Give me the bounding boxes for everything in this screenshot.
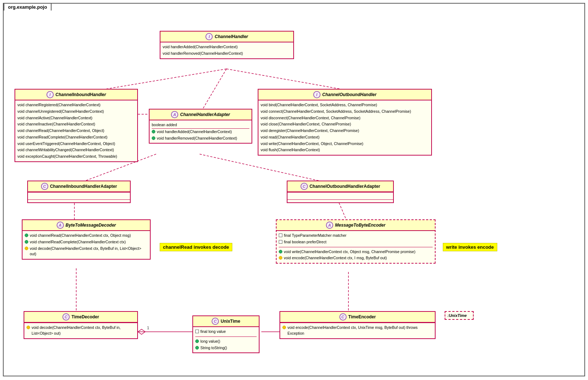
annotation-bold: write xyxy=(446,244,457,250)
green-dot xyxy=(195,339,199,343)
channel-inbound-handler-adapter-header: C ChannelInboundHandlerAdapter xyxy=(28,181,130,192)
annotation-normal: invokes xyxy=(192,244,213,250)
m: void handlerRemoved(ChannelHandlerContex… xyxy=(157,136,237,141)
method-line: void bind(ChannelHandlerContext, SocketA… xyxy=(261,102,429,108)
green-dot xyxy=(195,346,199,350)
m: void channelInactive(ChannelHandlerConte… xyxy=(17,121,95,127)
channel-handler-adapter-body: boolean added void handlerAdded(ChannelH… xyxy=(150,120,252,143)
channel-outbound-handler-adapter-header: C ChannelOutboundHandlerAdapter xyxy=(287,181,393,192)
message-to-byte-encoder-name: MessageToByteEncoder xyxy=(335,223,385,228)
m: void encode(ChannelHandlerContext ctx, I… xyxy=(284,255,387,261)
channel-inbound-handler-adapter-body xyxy=(28,192,130,199)
channel-handler-adapter-header: A ChannelHandlerAdapter xyxy=(150,110,252,120)
field-line: final long value xyxy=(195,329,257,335)
m: void channelRead(ChannelHandlerContext c… xyxy=(30,233,131,239)
m: void channelReadComplete(ChannelHandlerC… xyxy=(17,135,107,140)
m: void deregister(ChannelHandlerContext, C… xyxy=(261,128,359,134)
m: void write(ChannelHandlerContext ctx, Ob… xyxy=(284,249,415,255)
m: void bind(ChannelHandlerContext, SocketA… xyxy=(261,102,377,108)
annotation-bold: channelRead xyxy=(163,244,192,250)
green-dot xyxy=(25,234,28,237)
svg-line-4 xyxy=(200,69,226,114)
class-badge: C xyxy=(301,183,308,190)
message-to-byte-encoder-header: A MessageToByteEncoder xyxy=(277,220,435,231)
white-dot xyxy=(195,330,199,333)
method-line: void encode(ChannelHandlerContext ctx, I… xyxy=(279,255,433,261)
class-badge: C xyxy=(339,313,347,321)
time-decoder-box: C TimeDecoder void decode(ChannelHandler… xyxy=(24,311,138,339)
field-text: boolean added xyxy=(152,122,177,128)
method-line: void handlerAdded(ChannelHandlerContext) xyxy=(152,129,249,135)
svg-text:1: 1 xyxy=(147,326,149,330)
byte-to-message-decoder-box: A ByteToMessageDecoder void channelRead(… xyxy=(22,219,151,260)
time-encoder-body: void encode(ChannelHandlerContext ctx, U… xyxy=(280,323,435,338)
method-line: String toString() xyxy=(195,345,257,351)
method-line: void handlerRemoved(ChannelHandlerContex… xyxy=(152,135,249,142)
diagram-area: 1 1 1 I ChannelHandler void handlerAdded… xyxy=(4,11,584,376)
white-dot xyxy=(279,240,282,244)
unix-time-body: final long value long value() String toS… xyxy=(193,327,259,352)
method-line: void write(ChannelHandlerContext, Object… xyxy=(261,141,429,147)
time-encoder-header: C TimeEncoder xyxy=(280,312,435,323)
time-encoder-name: TimeEncoder xyxy=(348,314,376,319)
channel-handler-name: ChannelHandler xyxy=(215,34,248,39)
tab-label[interactable]: org.example.pojo xyxy=(4,3,52,11)
method-line: void handlerRemoved(ChannelHandlerContex… xyxy=(163,50,291,57)
method-line: void channelInactive(ChannelHandlerConte… xyxy=(17,121,135,128)
field-line: final boolean preferDirect xyxy=(279,239,433,245)
class-badge: C xyxy=(212,318,219,325)
interface-badge: I xyxy=(313,91,320,98)
method-line: void encode(ChannelHandlerContext ctx, U… xyxy=(282,325,433,337)
byte-to-message-decoder-body: void channelRead(ChannelHandlerContext c… xyxy=(23,231,150,259)
m: void channelReadComplete(ChannelHandlerC… xyxy=(30,239,126,245)
method-line: long value() xyxy=(195,338,257,345)
m: void decode(ChannelHandlerContext ctx, B… xyxy=(32,325,135,336)
abstract-badge: A xyxy=(57,222,64,229)
channel-inbound-handler-body: void channelRegistered(ChannelHandlerCon… xyxy=(15,100,137,161)
unix-time-ref-box: :UnixTime xyxy=(445,311,474,320)
white-dot xyxy=(279,234,282,237)
channel-outbound-handler-header: I ChannelOutboundHandler xyxy=(258,90,431,100)
m: void channelActive(ChannelHandlerContext… xyxy=(17,115,93,121)
message-to-byte-encoder-body: final TypeParameterMatcher matcher final… xyxy=(277,231,435,263)
m: void channelRead(ChannelHandlerContext, … xyxy=(17,128,104,134)
byte-to-message-decoder-name: ByteToMessageDecoder xyxy=(66,223,116,228)
channel-handler-adapter-name: ChannelHandlerAdapter xyxy=(180,112,230,117)
method-line: void channelActive(ChannelHandlerContext… xyxy=(17,115,135,121)
channel-handler-header: I ChannelHandler xyxy=(160,32,293,42)
method-line: void channelWritabilityChanged(ChannelHa… xyxy=(17,147,135,153)
green-dot xyxy=(279,250,282,253)
method-line: void write(ChannelHandlerContext ctx, Ob… xyxy=(279,249,433,255)
m: void read(ChannelHandlerContext) xyxy=(261,135,319,140)
annotation-bold2: encode xyxy=(477,244,494,250)
channel-handler-adapter-box: A ChannelHandlerAdapter boolean added vo… xyxy=(149,109,252,144)
byte-to-message-decoder-header: A ByteToMessageDecoder xyxy=(23,220,150,231)
yellow-dot xyxy=(26,326,30,329)
message-to-byte-encoder-box: A MessageToByteEncoder final TypeParamet… xyxy=(276,219,436,264)
method-line: void close(ChannelHandlerContext, Channe… xyxy=(261,121,429,128)
m: void channelUnregistered(ChannelHandlerC… xyxy=(17,109,104,115)
method-line: void channelReadComplete(ChannelHandlerC… xyxy=(25,239,148,245)
m: void close(ChannelHandlerContext, Channe… xyxy=(261,121,351,127)
channel-read-invokes-decode-label: channelRead invokes decode xyxy=(160,243,232,251)
m: void channelRegistered(ChannelHandlerCon… xyxy=(17,102,101,108)
m: void userEventTriggered(ChannelHandlerCo… xyxy=(17,141,115,147)
interface-badge-i: I xyxy=(205,33,213,40)
interface-badge: I xyxy=(46,91,54,98)
f: final boolean preferDirect xyxy=(284,239,326,245)
field-line: boolean added xyxy=(152,122,249,128)
class-badge: C xyxy=(62,313,70,321)
yellow-dot xyxy=(279,256,282,260)
channel-inbound-handler-header: I ChannelInboundHandler xyxy=(15,90,137,100)
m: void connect(ChannelHandlerContext, Sock… xyxy=(261,109,411,115)
m: void disconnect(ChannelHandlerContext, C… xyxy=(261,115,360,121)
method-line: void channelReadComplete(ChannelHandlerC… xyxy=(17,134,135,141)
m: void exceptionCaught(ChannelHandlerConte… xyxy=(17,154,117,160)
method-line: void decode(ChannelHandlerContext ctx, B… xyxy=(25,245,148,258)
time-decoder-header: C TimeDecoder xyxy=(24,312,137,323)
main-container: org.example.pojo xyxy=(3,3,585,376)
channel-outbound-handler-adapter-body xyxy=(287,192,393,199)
channel-inbound-handler-box: I ChannelInboundHandler void channelRegi… xyxy=(15,89,138,162)
annotation-bold2: decode xyxy=(213,244,229,250)
f: final TypeParameterMatcher matcher xyxy=(284,233,347,239)
